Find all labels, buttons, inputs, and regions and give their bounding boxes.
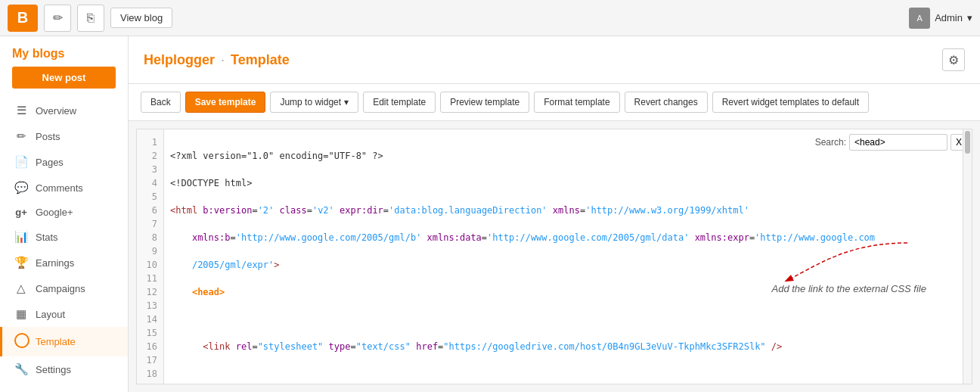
admin-menu[interactable]: A Admin ▾ xyxy=(909,8,972,29)
sidebar-item-label: Posts xyxy=(36,131,60,142)
sidebar-item-template[interactable]: Template xyxy=(0,327,128,356)
pencil-icon[interactable]: ✏ xyxy=(44,5,71,32)
back-button[interactable]: Back xyxy=(141,92,181,113)
sidebar-item-layout[interactable]: ▦ Layout xyxy=(0,301,128,327)
toolbar: Back Save template Jump to widget ▾ Edit… xyxy=(129,84,980,121)
new-post-button[interactable]: New post xyxy=(12,67,116,89)
view-blog-button[interactable]: View blog xyxy=(110,8,172,28)
page-title: Template xyxy=(231,52,290,68)
sidebar-item-comments[interactable]: 💬 Comments xyxy=(0,175,128,201)
vertical-scrollbar[interactable] xyxy=(963,129,972,384)
line-numbers: 1 2 3 4 5 6 7 8 9 10 11 12 13 14 15 16 1… xyxy=(137,129,164,384)
edit-template-button[interactable]: Edit template xyxy=(363,92,436,113)
sidebar-item-google-plus[interactable]: g+ Google+ xyxy=(0,201,128,224)
revert-widget-templates-button[interactable]: Revert widget templates to default xyxy=(712,92,869,113)
copy-icon[interactable]: ⎘ xyxy=(77,5,104,32)
sidebar-item-posts[interactable]: ✏ Posts xyxy=(0,123,128,149)
comments-icon: 💬 xyxy=(14,181,28,194)
blog-name: Helplogger xyxy=(144,52,215,68)
earnings-icon: 🏆 xyxy=(14,256,28,269)
code-editor: 1 2 3 4 5 6 7 8 9 10 11 12 13 14 15 16 1… xyxy=(136,129,972,384)
admin-avatar: A xyxy=(909,8,930,29)
sidebar-item-pages[interactable]: 📄 Pages xyxy=(0,149,128,175)
content-header: Helplogger · Template ⚙ xyxy=(129,36,980,84)
top-bar: B ✏ ⎘ View blog A Admin ▾ xyxy=(0,0,980,36)
sidebar-item-label: Layout xyxy=(36,309,65,320)
overview-icon: ☰ xyxy=(14,104,28,117)
posts-icon: ✏ xyxy=(14,129,28,143)
breadcrumb-separator: · xyxy=(221,52,225,68)
sidebar-item-label: Stats xyxy=(36,232,58,243)
jump-chevron-icon: ▾ xyxy=(344,97,349,107)
admin-chevron-icon: ▾ xyxy=(967,12,972,23)
template-icon xyxy=(14,333,28,350)
scrollbar-thumb[interactable] xyxy=(965,131,970,154)
template-circle-icon xyxy=(14,333,29,348)
google-plus-icon: g+ xyxy=(14,207,28,218)
sidebar-item-label: Google+ xyxy=(36,207,73,218)
jump-label: Jump to widget xyxy=(280,97,341,107)
sidebar-item-settings[interactable]: 🔧 Settings xyxy=(0,356,128,382)
sidebar-item-label: Settings xyxy=(36,364,71,375)
code-text[interactable]: <?xml version="1.0" encoding="UTF-8" ?> … xyxy=(164,129,963,384)
jump-to-widget-button[interactable]: Jump to widget ▾ xyxy=(270,92,358,113)
layout-icon: ▦ xyxy=(14,307,28,321)
sidebar-item-label: Comments xyxy=(36,182,83,194)
campaigns-icon: △ xyxy=(14,282,28,295)
stats-icon: 📊 xyxy=(14,230,28,244)
content-area: Helplogger · Template ⚙ Back Save templa… xyxy=(129,36,980,392)
settings-icon: 🔧 xyxy=(14,362,28,376)
sidebar-item-campaigns[interactable]: △ Campaigns xyxy=(0,275,128,301)
search-label: Search: xyxy=(815,137,846,148)
sidebar-item-label: Campaigns xyxy=(36,283,85,294)
save-template-button[interactable]: Save template xyxy=(185,92,266,113)
my-blogs-label[interactable]: My blogs xyxy=(0,36,128,67)
revert-changes-button[interactable]: Revert changes xyxy=(625,92,708,113)
search-bar: Search: X xyxy=(815,134,967,151)
sidebar-item-stats[interactable]: 📊 Stats xyxy=(0,224,128,250)
sidebar-item-label: Template xyxy=(36,336,76,347)
settings-gear-icon[interactable]: ⚙ xyxy=(942,48,965,71)
sidebar-item-label: Earnings xyxy=(36,257,74,269)
sidebar: My blogs New post ☰ Overview ✏ Posts 📄 P… xyxy=(0,36,129,392)
breadcrumb: Helplogger · Template xyxy=(144,52,290,68)
admin-label: Admin xyxy=(935,12,963,23)
sidebar-item-earnings[interactable]: 🏆 Earnings xyxy=(0,250,128,275)
preview-template-button[interactable]: Preview template xyxy=(440,92,529,113)
format-template-button[interactable]: Format template xyxy=(534,92,619,113)
blogger-logo[interactable]: B xyxy=(8,5,38,32)
sidebar-item-label: Pages xyxy=(36,157,64,168)
sidebar-item-label: Overview xyxy=(36,105,76,117)
pages-icon: 📄 xyxy=(14,155,28,169)
sidebar-item-overview[interactable]: ☰ Overview xyxy=(0,98,128,123)
search-input[interactable] xyxy=(849,134,947,151)
